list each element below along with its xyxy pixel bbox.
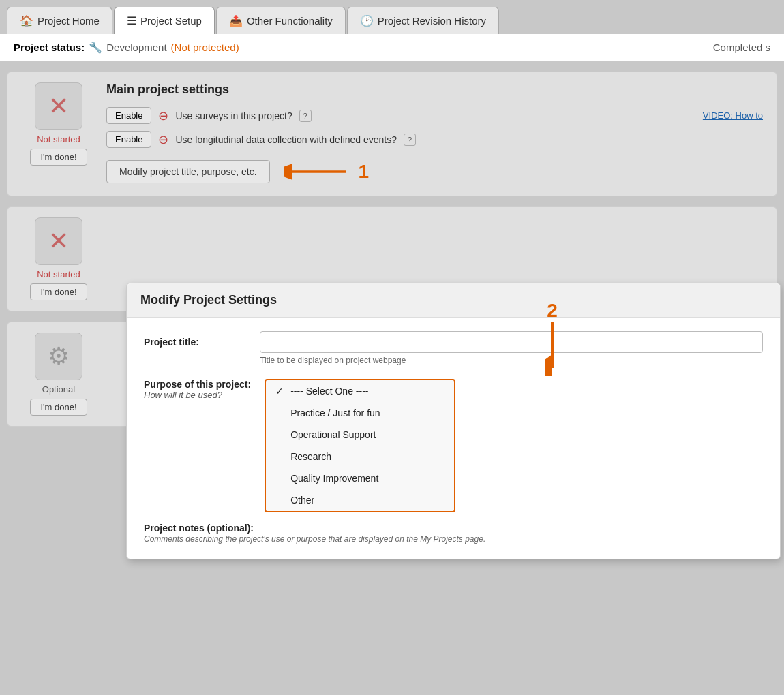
tab-revision-history[interactable]: 🕑 Project Revision History <box>347 7 499 34</box>
completed-text: Completed s <box>713 42 770 53</box>
tab-project-setup-label: Project Setup <box>140 15 202 27</box>
tab-project-setup[interactable]: ☰ Project Setup <box>114 7 215 34</box>
home-icon: 🏠 <box>20 14 33 27</box>
tab-other-functionality-label: Other Functionality <box>247 15 333 27</box>
section-1-sidebar: ✕ Not started I'm done! <box>18 82 100 166</box>
modal-header: Modify Project Settings <box>127 283 780 318</box>
modify-project-button[interactable]: Modify project title, purpose, etc. <box>106 160 270 183</box>
arrow-number-1: 1 <box>359 161 370 183</box>
enable-longitudinal-button[interactable]: Enable <box>106 131 151 148</box>
tab-project-home[interactable]: 🏠 Project Home <box>7 7 112 34</box>
section-1-main: Main project settings Enable ⊖ Use surve… <box>106 82 763 185</box>
help-icon-longitudinal[interactable]: ? <box>404 134 416 146</box>
dropdown-label-quality: Quality Improvement <box>290 473 378 484</box>
purpose-label: Purpose of this project: <box>144 379 251 390</box>
notes-sublabel: Comments describing the project's use or… <box>144 534 485 545</box>
purpose-row: Purpose of this project: How will it be … <box>144 379 763 512</box>
status-label: Project status: <box>14 42 85 53</box>
main-settings-title: Main project settings <box>106 82 763 97</box>
section-2-sidebar: ✕ Not started I'm done! <box>18 217 100 300</box>
gear-icon-optional: ⚙ <box>48 342 70 371</box>
section-2-status-label: Not started <box>37 269 80 279</box>
section-1-status-label: Not started <box>37 134 80 144</box>
modal-modify-project: Modify Project Settings Project title: T… <box>126 283 781 559</box>
project-title-label: Project title: <box>144 331 246 348</box>
project-title-input[interactable] <box>260 331 763 353</box>
section-2-main <box>106 217 763 272</box>
section-1-status-icon: ✕ <box>35 82 82 130</box>
purpose-sublabel: How will it be used? <box>144 390 251 400</box>
notes-label-block: Project notes (optional): Comments descr… <box>144 523 485 545</box>
minus-icon-1: ⊖ <box>158 108 168 123</box>
section-optional-sidebar: ⚙ Optional I'm done! <box>18 333 100 416</box>
dropdown-item-research[interactable]: Research <box>266 446 454 467</box>
arrow-left-svg <box>284 158 352 185</box>
enable-surveys-text: Use surveys in this project? <box>175 110 292 121</box>
status-right: Completed s <box>713 42 770 53</box>
page-wrapper: 🏠 Project Home ☰ Project Setup 📤 Other F… <box>0 0 784 695</box>
tab-bar: 🏠 Project Home ☰ Project Setup 📤 Other F… <box>0 0 784 34</box>
section-optional-done-button[interactable]: I'm done! <box>30 399 87 416</box>
project-title-field: Title to be displayed on project webpage <box>260 331 763 365</box>
section-optional-status-icon: ⚙ <box>35 333 82 380</box>
check-select-one: ✓ <box>275 386 285 397</box>
dropdown-item-other[interactable]: Other <box>266 489 454 511</box>
minus-icon-2: ⊖ <box>158 132 168 147</box>
tab-other-functionality[interactable]: 📤 Other Functionality <box>216 7 346 34</box>
section-optional-status-label: Optional <box>42 384 75 395</box>
video-link[interactable]: VIDEO: How to <box>703 110 763 121</box>
status-dev-text: Development <box>106 42 166 53</box>
arrow2-annotation: 2 <box>545 300 559 376</box>
dropdown-label-operational: Operational Support <box>290 429 376 440</box>
project-title-row: Project title: Title to be displayed on … <box>144 331 763 365</box>
section-2-status-icon: ✕ <box>35 217 82 265</box>
dropdown-label-research: Research <box>290 451 331 462</box>
dropdown-item-operational[interactable]: Operational Support <box>266 424 454 446</box>
history-icon: 🕑 <box>360 14 374 27</box>
notes-label: Project notes (optional): <box>144 523 485 534</box>
enable-longitudinal-text: Use longitudinal data collection with de… <box>175 134 397 145</box>
tab-revision-history-label: Project Revision History <box>378 15 486 27</box>
help-icon-surveys[interactable]: ? <box>299 110 312 122</box>
modal-body: Project title: Title to be displayed on … <box>127 318 780 559</box>
status-not-protected: (Not protected) <box>171 42 239 53</box>
status-bar: Project status: 🔧 Development (Not prote… <box>0 34 784 61</box>
dropdown-item-select-one[interactable]: ✓ ---- Select One ---- <box>266 380 454 402</box>
purpose-dropdown[interactable]: ✓ ---- Select One ---- Practice / Just f… <box>265 379 455 512</box>
section-main-settings: ✕ Not started I'm done! Main project set… <box>7 72 777 196</box>
dropdown-label-practice: Practice / Just for fun <box>290 407 380 418</box>
wrench-icon: 🔧 <box>89 41 102 54</box>
project-title-hint: Title to be displayed on project webpage <box>260 356 763 365</box>
enable-surveys-button[interactable]: Enable <box>106 107 151 124</box>
dropdown-label-select-one: ---- Select One ---- <box>290 386 368 397</box>
enable-surveys-row: Enable ⊖ Use surveys in this project? ? … <box>106 107 763 124</box>
section-2-done-button[interactable]: I'm done! <box>30 283 87 300</box>
upload-icon: 📤 <box>229 14 243 27</box>
purpose-label-block: Purpose of this project: How will it be … <box>144 379 251 400</box>
arrow-annotation-1: 1 <box>284 158 370 185</box>
dropdown-item-quality[interactable]: Quality Improvement <box>266 467 454 489</box>
notes-row: Project notes (optional): Comments descr… <box>144 523 763 545</box>
enable-longitudinal-row: Enable ⊖ Use longitudinal data collectio… <box>106 131 763 148</box>
status-left: Project status: 🔧 Development (Not prote… <box>14 41 239 54</box>
section-1-done-button[interactable]: I'm done! <box>30 149 87 166</box>
arrow2-number: 2 <box>547 300 558 322</box>
modify-btn-row: Modify project title, purpose, etc. 1 <box>106 158 763 185</box>
dropdown-label-other: Other <box>290 495 314 506</box>
modal-title: Modify Project Settings <box>140 293 277 307</box>
x-icon-1: ✕ <box>48 92 69 121</box>
list-icon: ☰ <box>127 14 136 27</box>
dropdown-item-practice[interactable]: Practice / Just for fun <box>266 402 454 424</box>
x-icon-2: ✕ <box>48 227 69 256</box>
tab-project-home-label: Project Home <box>37 15 100 27</box>
arrow2-svg <box>545 322 559 376</box>
